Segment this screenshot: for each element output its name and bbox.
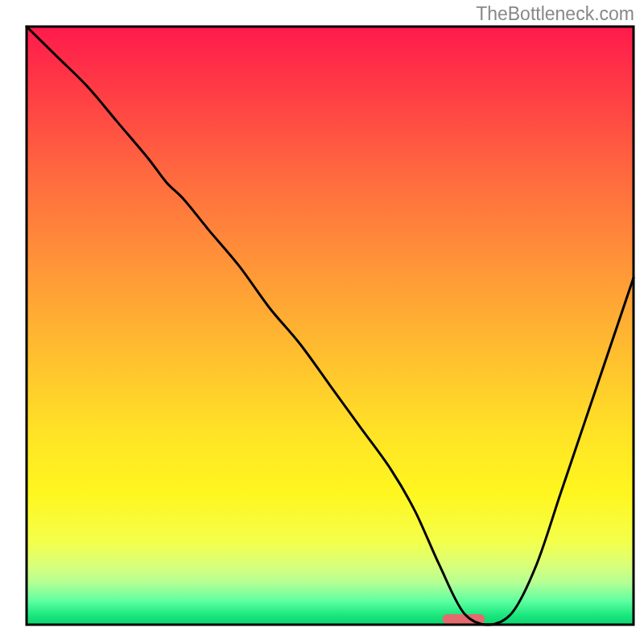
bottleneck-chart: TheBottleneck.com: [0, 0, 644, 644]
watermark-text: TheBottleneck.com: [476, 3, 634, 25]
chart-background: [27, 27, 634, 625]
plot-area: [27, 27, 634, 625]
chart-svg: [0, 0, 644, 644]
